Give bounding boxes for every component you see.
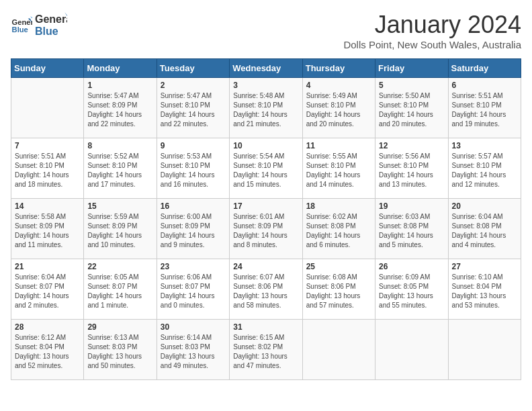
cell-content: Sunrise: 5:58 AM Sunset: 8:09 PM Dayligh… bbox=[15, 212, 80, 250]
calendar-day-cell: 18Sunrise: 6:02 AM Sunset: 8:08 PM Dayli… bbox=[302, 199, 375, 259]
calendar-day-cell: 14Sunrise: 5:58 AM Sunset: 8:09 PM Dayli… bbox=[11, 199, 84, 259]
calendar-day-cell: 27Sunrise: 6:10 AM Sunset: 8:04 PM Dayli… bbox=[448, 259, 521, 320]
day-number: 13 bbox=[452, 141, 517, 150]
calendar-day-cell: 31Sunrise: 6:15 AM Sunset: 8:02 PM Dayli… bbox=[230, 320, 302, 380]
cell-content: Sunrise: 6:02 AM Sunset: 8:08 PM Dayligh… bbox=[306, 212, 371, 250]
calendar-day-cell: 26Sunrise: 6:09 AM Sunset: 8:05 PM Dayli… bbox=[375, 259, 448, 320]
day-number: 24 bbox=[233, 262, 298, 271]
day-number: 31 bbox=[233, 322, 298, 332]
day-number: 19 bbox=[379, 201, 444, 211]
calendar-day-cell: 7Sunrise: 5:51 AM Sunset: 8:10 PM Daylig… bbox=[11, 138, 84, 199]
cell-content: Sunrise: 6:01 AM Sunset: 8:09 PM Dayligh… bbox=[233, 212, 298, 250]
header-sunday: Sunday bbox=[11, 59, 84, 78]
calendar-day-cell: 28Sunrise: 6:12 AM Sunset: 8:04 PM Dayli… bbox=[11, 320, 84, 380]
cell-content: Sunrise: 5:51 AM Sunset: 8:10 PM Dayligh… bbox=[15, 152, 80, 189]
cell-content: Sunrise: 5:49 AM Sunset: 8:10 PM Dayligh… bbox=[306, 91, 371, 129]
calendar-week-row: 14Sunrise: 5:58 AM Sunset: 8:09 PM Dayli… bbox=[11, 199, 521, 259]
cell-content: Sunrise: 6:14 AM Sunset: 8:03 PM Dayligh… bbox=[161, 333, 226, 371]
calendar-week-row: 1Sunrise: 5:47 AM Sunset: 8:09 PM Daylig… bbox=[11, 78, 521, 138]
day-number: 11 bbox=[306, 141, 371, 150]
day-number: 28 bbox=[15, 322, 80, 332]
svg-text:Blue: Blue bbox=[12, 26, 28, 34]
calendar-day-cell: 11Sunrise: 5:55 AM Sunset: 8:10 PM Dayli… bbox=[302, 138, 375, 199]
day-number: 29 bbox=[87, 322, 152, 332]
day-number: 10 bbox=[233, 141, 298, 150]
header-monday: Monday bbox=[84, 59, 157, 78]
page-header: General Blue General Blue January 2024 D… bbox=[11, 11, 521, 50]
day-number: 21 bbox=[15, 262, 80, 271]
calendar-day-cell: 21Sunrise: 6:04 AM Sunset: 8:07 PM Dayli… bbox=[11, 259, 84, 320]
day-number: 23 bbox=[161, 262, 226, 271]
cell-content: Sunrise: 5:48 AM Sunset: 8:10 PM Dayligh… bbox=[233, 91, 298, 129]
calendar-day-cell: 9Sunrise: 5:53 AM Sunset: 8:10 PM Daylig… bbox=[157, 138, 229, 199]
calendar-day-cell: 16Sunrise: 6:00 AM Sunset: 8:09 PM Dayli… bbox=[157, 199, 229, 259]
calendar-day-cell: 29Sunrise: 6:13 AM Sunset: 8:03 PM Dayli… bbox=[84, 320, 157, 380]
empty-cell bbox=[302, 320, 375, 380]
location-title: Dolls Point, New South Wales, Australia bbox=[343, 39, 521, 50]
svg-text:Blue: Blue bbox=[35, 26, 58, 37]
empty-cell bbox=[11, 78, 84, 138]
cell-content: Sunrise: 6:03 AM Sunset: 8:08 PM Dayligh… bbox=[379, 212, 444, 250]
day-number: 7 bbox=[15, 141, 80, 150]
cell-content: Sunrise: 6:04 AM Sunset: 8:08 PM Dayligh… bbox=[452, 212, 517, 250]
day-number: 15 bbox=[87, 201, 152, 211]
cell-content: Sunrise: 6:04 AM Sunset: 8:07 PM Dayligh… bbox=[15, 273, 80, 310]
calendar-header-row: SundayMondayTuesdayWednesdayThursdayFrid… bbox=[11, 59, 521, 78]
empty-cell bbox=[448, 320, 521, 380]
calendar-day-cell: 8Sunrise: 5:52 AM Sunset: 8:10 PM Daylig… bbox=[84, 138, 157, 199]
day-number: 8 bbox=[87, 141, 152, 150]
day-number: 9 bbox=[161, 141, 226, 150]
cell-content: Sunrise: 5:47 AM Sunset: 8:09 PM Dayligh… bbox=[87, 91, 152, 129]
cell-content: Sunrise: 5:55 AM Sunset: 8:10 PM Dayligh… bbox=[306, 152, 371, 189]
day-number: 30 bbox=[161, 322, 226, 332]
cell-content: Sunrise: 5:54 AM Sunset: 8:10 PM Dayligh… bbox=[233, 152, 298, 189]
calendar-day-cell: 30Sunrise: 6:14 AM Sunset: 8:03 PM Dayli… bbox=[157, 320, 229, 380]
day-number: 16 bbox=[161, 201, 226, 211]
svg-text:General: General bbox=[35, 13, 67, 25]
calendar-day-cell: 25Sunrise: 6:08 AM Sunset: 8:06 PM Dayli… bbox=[302, 259, 375, 320]
header-saturday: Saturday bbox=[448, 59, 521, 78]
title-area: January 2024 Dolls Point, New South Wale… bbox=[343, 11, 521, 50]
cell-content: Sunrise: 5:53 AM Sunset: 8:10 PM Dayligh… bbox=[161, 152, 226, 189]
day-number: 22 bbox=[87, 262, 152, 271]
calendar-table: SundayMondayTuesdayWednesdayThursdayFrid… bbox=[11, 58, 521, 380]
calendar-day-cell: 12Sunrise: 5:56 AM Sunset: 8:10 PM Dayli… bbox=[375, 138, 448, 199]
calendar-day-cell: 23Sunrise: 6:06 AM Sunset: 8:07 PM Dayli… bbox=[157, 259, 229, 320]
cell-content: Sunrise: 6:07 AM Sunset: 8:06 PM Dayligh… bbox=[233, 273, 298, 310]
cell-content: Sunrise: 6:00 AM Sunset: 8:09 PM Dayligh… bbox=[161, 212, 226, 250]
calendar-day-cell: 17Sunrise: 6:01 AM Sunset: 8:09 PM Dayli… bbox=[230, 199, 302, 259]
cell-content: Sunrise: 5:59 AM Sunset: 8:09 PM Dayligh… bbox=[87, 212, 152, 250]
logo: General Blue General Blue bbox=[11, 11, 67, 39]
logo-icon: General Blue bbox=[11, 14, 32, 36]
calendar-day-cell: 22Sunrise: 6:05 AM Sunset: 8:07 PM Dayli… bbox=[84, 259, 157, 320]
cell-content: Sunrise: 5:57 AM Sunset: 8:10 PM Dayligh… bbox=[452, 152, 517, 189]
empty-cell bbox=[375, 320, 448, 380]
day-number: 3 bbox=[233, 81, 298, 90]
calendar-week-row: 28Sunrise: 6:12 AM Sunset: 8:04 PM Dayli… bbox=[11, 320, 521, 380]
header-tuesday: Tuesday bbox=[157, 59, 229, 78]
day-number: 5 bbox=[379, 81, 444, 90]
cell-content: Sunrise: 6:13 AM Sunset: 8:03 PM Dayligh… bbox=[87, 333, 152, 371]
calendar-day-cell: 2Sunrise: 5:47 AM Sunset: 8:10 PM Daylig… bbox=[157, 78, 229, 138]
calendar-week-row: 7Sunrise: 5:51 AM Sunset: 8:10 PM Daylig… bbox=[11, 138, 521, 199]
calendar-day-cell: 19Sunrise: 6:03 AM Sunset: 8:08 PM Dayli… bbox=[375, 199, 448, 259]
header-thursday: Thursday bbox=[302, 59, 375, 78]
cell-content: Sunrise: 6:09 AM Sunset: 8:05 PM Dayligh… bbox=[379, 273, 444, 310]
calendar-day-cell: 20Sunrise: 6:04 AM Sunset: 8:08 PM Dayli… bbox=[448, 199, 521, 259]
day-number: 20 bbox=[452, 201, 517, 211]
cell-content: Sunrise: 5:47 AM Sunset: 8:10 PM Dayligh… bbox=[161, 91, 226, 129]
day-number: 17 bbox=[233, 201, 298, 211]
cell-content: Sunrise: 5:56 AM Sunset: 8:10 PM Dayligh… bbox=[379, 152, 444, 189]
calendar-day-cell: 1Sunrise: 5:47 AM Sunset: 8:09 PM Daylig… bbox=[84, 78, 157, 138]
cell-content: Sunrise: 6:06 AM Sunset: 8:07 PM Dayligh… bbox=[161, 273, 226, 310]
cell-content: Sunrise: 6:12 AM Sunset: 8:04 PM Dayligh… bbox=[15, 333, 80, 371]
calendar-week-row: 21Sunrise: 6:04 AM Sunset: 8:07 PM Dayli… bbox=[11, 259, 521, 320]
day-number: 27 bbox=[452, 262, 517, 271]
calendar-day-cell: 5Sunrise: 5:50 AM Sunset: 8:10 PM Daylig… bbox=[375, 78, 448, 138]
day-number: 26 bbox=[379, 262, 444, 271]
calendar-day-cell: 4Sunrise: 5:49 AM Sunset: 8:10 PM Daylig… bbox=[302, 78, 375, 138]
day-number: 12 bbox=[379, 141, 444, 150]
day-number: 25 bbox=[306, 262, 371, 271]
calendar-day-cell: 10Sunrise: 5:54 AM Sunset: 8:10 PM Dayli… bbox=[230, 138, 302, 199]
month-title: January 2024 bbox=[343, 11, 521, 39]
